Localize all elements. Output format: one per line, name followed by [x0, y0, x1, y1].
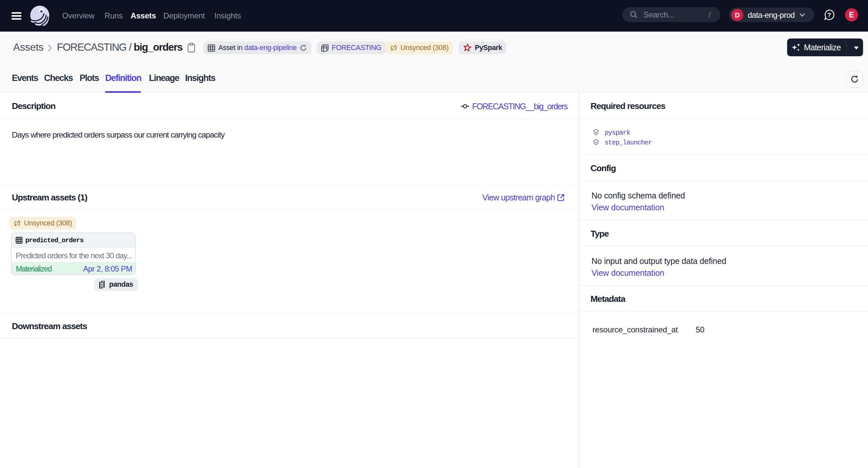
svg-text:?: ?: [827, 11, 831, 19]
